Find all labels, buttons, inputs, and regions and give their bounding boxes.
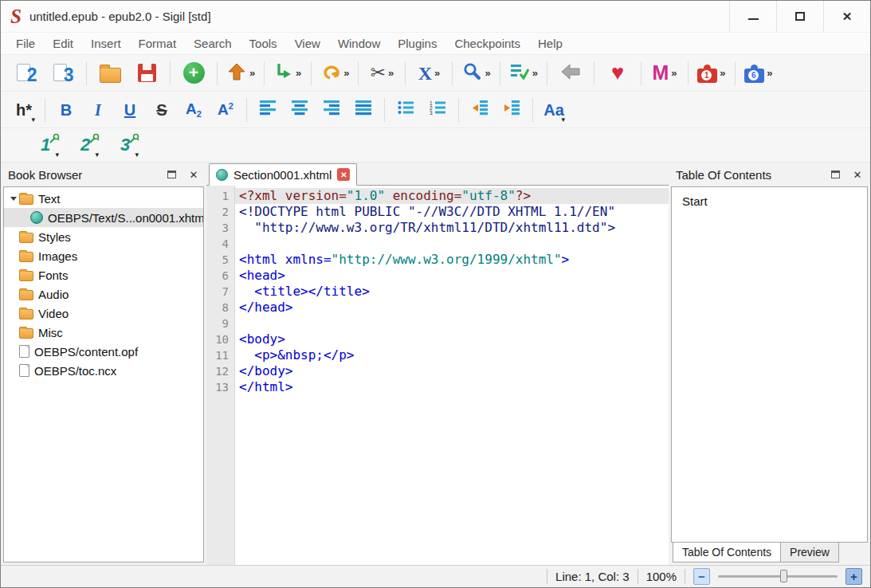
toolbar-overflow-icon[interactable]: » — [532, 67, 538, 79]
close-button[interactable]: ✕ — [823, 1, 870, 32]
main-toolbar: 23+»»»✂»X»»»♥M»1»6» — [1, 54, 870, 91]
toc-tab-table-of-contents[interactable]: Table Of Contents — [673, 543, 781, 563]
folder-icon — [19, 271, 33, 281]
tree-item-oebps-content-opf[interactable]: OEBPS/content.opf — [4, 342, 203, 361]
book-browser-close-button[interactable]: ✕ — [186, 167, 201, 182]
zoom-slider-track[interactable] — [718, 575, 838, 578]
zoom-out-button[interactable]: − — [693, 568, 710, 585]
delete-icon: X — [418, 64, 432, 83]
tree-item-oebps-toc-ncx[interactable]: OEBPS/toc.ncx — [4, 361, 203, 380]
toolbar-overflow-icon[interactable]: » — [434, 67, 440, 79]
toolbar-overflow-icon[interactable]: » — [343, 67, 349, 79]
menu-window[interactable]: Window — [329, 37, 389, 50]
find-button[interactable]: » — [458, 58, 493, 88]
titlebar: S untitled.epub - epub2.0 - Sigil [std] … — [1, 1, 870, 33]
strikethrough-button[interactable]: S — [147, 95, 177, 125]
bullet-list-button[interactable] — [390, 95, 421, 125]
toolbar-overflow-icon[interactable]: » — [388, 67, 394, 79]
tree-item-label: Video — [38, 307, 69, 320]
zoom-slider-handle[interactable] — [780, 570, 787, 582]
toc-float-button[interactable] — [828, 167, 842, 182]
menu-file[interactable]: File — [7, 37, 44, 50]
open-button[interactable] — [92, 58, 128, 88]
wellformed-check-button[interactable]: » — [506, 58, 541, 88]
menu-edit[interactable]: Edit — [44, 37, 82, 50]
maximize-button[interactable] — [776, 1, 823, 32]
tree-item-label: Text — [38, 192, 61, 206]
menu-search[interactable]: Search — [185, 37, 241, 50]
toolbar-overflow-icon[interactable]: » — [671, 67, 677, 79]
save-button[interactable] — [129, 58, 164, 88]
heading-button[interactable]: h*▾ — [9, 95, 39, 125]
toolbar-overflow-icon[interactable]: » — [767, 67, 772, 79]
clip-1-button[interactable]: 1▾ — [28, 130, 63, 160]
toolbar-overflow-icon[interactable]: » — [249, 67, 255, 79]
zoom-in-button[interactable]: + — [845, 568, 862, 585]
superscript-button[interactable]: A2 — [210, 95, 241, 125]
menu-help[interactable]: Help — [529, 37, 571, 50]
new-epub3-button[interactable]: 3 — [45, 58, 80, 88]
tree-item-styles[interactable]: Styles — [4, 227, 203, 246]
tree-item-fonts[interactable]: Fonts — [4, 265, 203, 284]
toc-close-button[interactable]: ✕ — [850, 167, 865, 182]
toolbar-separator — [311, 61, 312, 85]
casing-button[interactable]: Aa▾ — [539, 95, 569, 125]
menubar: FileEditInsertFormatSearchToolsViewWindo… — [1, 33, 870, 54]
tree-item-oebps-text-s-on0001-xhtml[interactable]: OEBPS/Text/S...on0001.xhtml — [4, 208, 203, 227]
subscript-button[interactable]: A2 — [179, 95, 209, 125]
menu-plugins[interactable]: Plugins — [389, 37, 445, 50]
menu-checkpoints[interactable]: Checkpoints — [445, 37, 529, 50]
plugin-1-button[interactable]: 1» — [694, 58, 729, 88]
menu-format[interactable]: Format — [130, 37, 186, 50]
window-title: untitled.epub - epub2.0 - Sigil [std] — [29, 10, 211, 23]
toc-item-start[interactable]: Start — [672, 187, 867, 215]
align-center-button[interactable] — [284, 95, 315, 125]
menu-view[interactable]: View — [286, 37, 329, 50]
align-justify-button[interactable] — [348, 95, 379, 125]
code-editor[interactable]: 1<?xml version="1.0" encoding="utf-8"?>2… — [206, 186, 669, 565]
new-epub2-button[interactable]: 2 — [9, 58, 44, 88]
toolbar-overflow-icon[interactable]: » — [296, 67, 301, 79]
clip-2-button[interactable]: 2▾ — [68, 130, 103, 160]
clip-3-button[interactable]: 3▾ — [108, 130, 143, 160]
align-right-button[interactable] — [316, 95, 347, 125]
code-line-3: 3 "http://www.w3.org/TR/xhtml11/DTD/xhtm… — [206, 220, 669, 236]
toc-tab-preview[interactable]: Preview — [780, 543, 839, 563]
document-icon — [19, 364, 29, 377]
menu-tools[interactable]: Tools — [241, 37, 286, 50]
zoom-slider[interactable] — [718, 568, 838, 585]
delete-button[interactable]: X» — [411, 58, 446, 88]
plugin-6-button[interactable]: 6» — [741, 58, 776, 88]
mail-button[interactable]: M» — [647, 58, 682, 88]
tree-item-misc[interactable]: Misc — [4, 323, 203, 342]
italic-button[interactable]: I — [83, 95, 113, 125]
align-left-button[interactable] — [253, 95, 283, 125]
tab-close-button[interactable]: ✕ — [337, 168, 350, 181]
book-browser-float-button[interactable] — [164, 167, 179, 182]
undo-button[interactable]: » — [317, 58, 352, 88]
insert-file-button[interactable]: » — [223, 58, 258, 88]
underline-button[interactable]: U — [115, 95, 145, 125]
toolbar-overflow-icon[interactable]: » — [720, 67, 725, 79]
menu-insert[interactable]: Insert — [82, 37, 130, 50]
bold-button[interactable]: B — [51, 95, 81, 125]
plugin-1-icon: 1 — [697, 69, 717, 83]
minimize-button[interactable] — [729, 1, 776, 32]
line-number: 3 — [206, 220, 235, 236]
tree-item-video[interactable]: Video — [4, 304, 203, 323]
back-button[interactable] — [553, 58, 588, 88]
numbered-list-button[interactable]: 123 — [422, 95, 453, 125]
tree-item-audio[interactable]: Audio — [4, 284, 203, 304]
split-section-button[interactable]: » — [270, 58, 305, 88]
toolbar-overflow-icon[interactable]: » — [485, 67, 490, 79]
donate-button[interactable]: ♥ — [600, 58, 635, 88]
editor-tab[interactable]: Section0001.xhtml ✕ — [209, 163, 357, 186]
code-text — [235, 316, 669, 331]
tree-item-text[interactable]: Text — [4, 189, 203, 208]
add-existing-files-button[interactable]: + — [176, 58, 211, 88]
expand-arrow-icon[interactable] — [7, 197, 19, 201]
indent-button[interactable] — [496, 95, 527, 125]
tree-item-images[interactable]: Images — [4, 246, 203, 265]
cut-button[interactable]: ✂» — [364, 58, 399, 88]
outdent-button[interactable] — [465, 95, 495, 125]
